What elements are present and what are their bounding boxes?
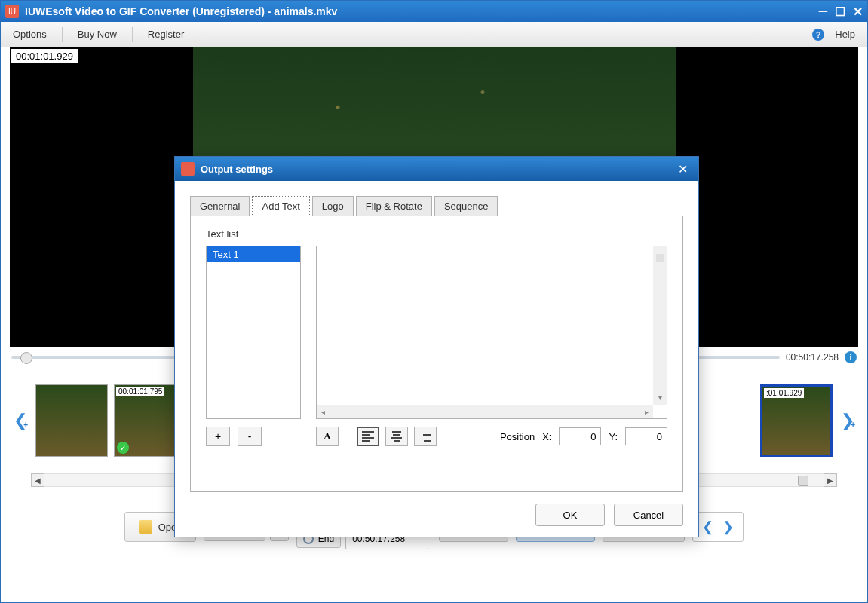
dialog-title: Output settings <box>201 164 673 175</box>
align-left-button[interactable] <box>357 427 379 446</box>
maximize-button[interactable]: ☐ <box>835 5 845 19</box>
y-label: Y: <box>609 431 618 442</box>
dialog-close-button[interactable]: ✕ <box>673 162 692 176</box>
position-label: Position <box>500 431 535 442</box>
menu-separator <box>132 27 133 42</box>
scroll-thumb[interactable] <box>798 476 808 486</box>
menu-separator <box>62 27 63 42</box>
add-text-button[interactable]: + <box>206 427 230 446</box>
tab-strip: Genernal Add Text Logo Flip & Rotate Seq… <box>175 181 698 216</box>
thumbnail-timestamp: :01:01.929 <box>764 388 804 398</box>
menu-options[interactable]: Options <box>7 29 53 40</box>
tab-logo[interactable]: Logo <box>312 196 354 216</box>
dialog-titlebar: Output settings ✕ <box>175 157 698 181</box>
align-right-button[interactable] <box>414 427 437 446</box>
titlebar: IU IUWEsoft Video to GIF Converter (Unre… <box>1 1 867 22</box>
cancel-button[interactable]: Cancel <box>614 504 683 526</box>
tab-flip-rotate[interactable]: Flip & Rotate <box>356 196 432 216</box>
app-logo-icon: IU <box>5 5 19 18</box>
menu-help[interactable]: Help <box>829 29 861 40</box>
y-input[interactable] <box>625 427 667 445</box>
menu-buy-now[interactable]: Buy Now <box>72 29 123 40</box>
minimize-button[interactable]: ─ <box>819 5 827 19</box>
thumbnail-timestamp: 00:01:01.795 <box>116 387 164 396</box>
main-window: IU IUWEsoft Video to GIF Converter (Unre… <box>0 0 868 603</box>
text-list-box[interactable]: Text 1 <box>206 246 301 419</box>
ok-button[interactable]: OK <box>535 504 605 526</box>
folder-icon <box>139 520 152 534</box>
content-area: 00:01:01.929 00:50:17.258 i ❮+ 00:01:01.… <box>1 47 867 602</box>
timeline-total-time: 00:50:17.258 <box>786 352 839 363</box>
thumb-prev-button[interactable]: ❮+ <box>11 411 29 430</box>
output-settings-dialog: Output settings ✕ Genernal Add Text Logo… <box>174 156 699 537</box>
preview-hscrollbar[interactable]: ◂▸ <box>317 405 653 418</box>
tab-add-text[interactable]: Add Text <box>252 196 309 216</box>
window-title: IUWEsoft Video to GIF Converter (Unregis… <box>25 5 819 17</box>
thumbnail-marker-icon: ✓ <box>117 442 129 454</box>
menubar: Options Buy Now Register ? Help <box>1 22 867 47</box>
font-button[interactable]: A <box>316 427 339 446</box>
prev-page-button[interactable]: ❮ <box>699 519 716 535</box>
tab-body: Text list Text 1 + - ▾ <box>190 216 683 492</box>
thumbnail-selected[interactable]: :01:01.929 <box>760 384 833 457</box>
next-page-button[interactable]: ❯ <box>719 519 737 535</box>
menu-register[interactable]: Register <box>142 29 190 40</box>
info-icon[interactable]: i <box>845 351 857 363</box>
thumbnail[interactable] <box>35 384 108 457</box>
scroll-left-button[interactable]: ◀ <box>31 473 44 487</box>
x-input[interactable] <box>559 427 601 445</box>
text-list-label: Text list <box>206 228 667 240</box>
dialog-logo-icon <box>181 162 195 176</box>
thumb-next-button[interactable]: ❯+ <box>839 411 857 430</box>
remove-text-button[interactable]: - <box>238 427 262 446</box>
close-button[interactable]: ✕ <box>853 5 863 19</box>
text-preview-area[interactable]: ▾ ◂▸ <box>316 246 667 419</box>
preview-vscrollbar[interactable]: ▾ <box>653 246 667 405</box>
text-list-item[interactable]: Text 1 <box>207 246 300 262</box>
help-icon: ? <box>812 29 824 41</box>
video-timestamp-overlay: 00:01:01.929 <box>11 49 78 63</box>
page-nav: ❮ ❯ <box>692 512 744 542</box>
scroll-right-button[interactable]: ▶ <box>824 473 837 487</box>
x-label: X: <box>542 431 551 442</box>
tab-sequence[interactable]: Sequence <box>434 196 498 216</box>
tab-general[interactable]: Genernal <box>190 196 250 216</box>
align-center-button[interactable] <box>385 427 408 446</box>
